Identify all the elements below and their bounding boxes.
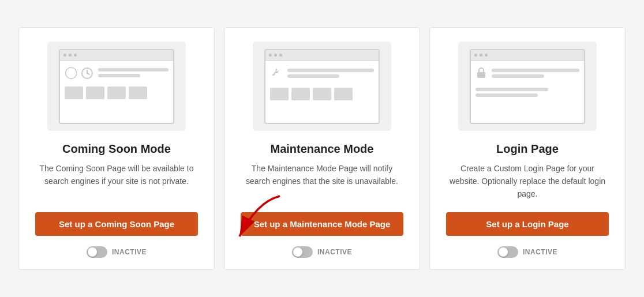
coming-soon-illustration: ◯	[47, 42, 186, 131]
login-status: INACTIVE	[523, 248, 557, 256]
maintenance-illustration	[253, 42, 391, 131]
coming-soon-description: The Coming Soon Page will be available t…	[35, 163, 198, 200]
coming-soon-title: Coming Soon Mode	[62, 142, 171, 156]
maintenance-status: INACTIVE	[317, 248, 352, 256]
login-description: Create a Custom Login Page for your webs…	[446, 163, 609, 200]
maintenance-toggle[interactable]	[292, 246, 313, 258]
login-illustration	[458, 42, 597, 131]
maintenance-title: Maintenance Mode	[271, 142, 374, 156]
login-card: Login Page Create a Custom Login Page fo…	[429, 27, 626, 269]
login-toggle[interactable]	[497, 246, 518, 258]
wrench-icon	[270, 66, 283, 81]
coming-soon-footer: INACTIVE	[87, 246, 147, 258]
maintenance-button[interactable]: Set up a Maintenance Mode Page	[241, 212, 403, 236]
clock-icon: ◯	[65, 66, 93, 80]
coming-soon-card: ◯	[18, 27, 215, 269]
login-title: Login Page	[496, 142, 559, 156]
coming-soon-toggle[interactable]	[87, 246, 107, 258]
coming-soon-status: INACTIVE	[112, 248, 147, 256]
maintenance-footer: INACTIVE	[292, 246, 352, 258]
coming-soon-button[interactable]: Set up a Coming Soon Page	[35, 212, 198, 236]
svg-rect-3	[477, 72, 485, 78]
cards-container: ◯	[12, 27, 632, 269]
maintenance-description: The Maintenance Mode Page will notify se…	[241, 163, 403, 200]
svg-line-2	[87, 73, 89, 74]
lock-icon	[475, 66, 487, 81]
login-button[interactable]: Set up a Login Page	[446, 212, 609, 236]
login-footer: INACTIVE	[497, 246, 557, 258]
maintenance-card: Maintenance Mode The Maintenance Mode Pa…	[224, 27, 420, 269]
